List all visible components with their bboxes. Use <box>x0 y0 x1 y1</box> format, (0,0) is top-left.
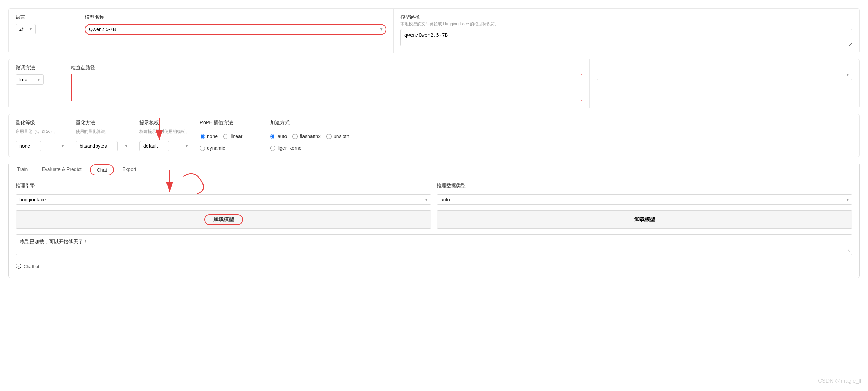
status-text: 模型已加载，可以开始聊天了！ <box>20 239 88 244</box>
resize-handle: ⤡ <box>847 248 851 253</box>
tab-export[interactable]: Export <box>115 163 143 177</box>
rope-dynamic-label: dynamic <box>207 145 225 151</box>
checkpoint-label: 检查点路径 <box>71 65 582 71</box>
rope-label: RoPE 插值方法 <box>200 120 262 126</box>
accel-liger-option[interactable]: liger_kernel <box>270 145 302 151</box>
prompt-label: 提示模板 <box>139 120 191 126</box>
quant-level-arrow: ▼ <box>61 144 65 148</box>
chat-content: 推理引擎 huggingface vllm ▼ 推理数据类型 <box>9 177 859 278</box>
quant-level-sublabel: 启用量化（QLoRA）。 <box>16 129 67 135</box>
tab-train[interactable]: Train <box>10 163 35 177</box>
dtype-select[interactable]: auto float16 bfloat16 <box>437 194 852 205</box>
accel-liger-label: liger_kernel <box>278 145 302 151</box>
accel-unsloth-radio[interactable] <box>326 134 332 139</box>
dtype-label: 推理数据类型 <box>437 183 852 189</box>
unload-model-label: 卸载模型 <box>634 216 655 222</box>
rope-linear-option[interactable]: linear <box>223 134 242 139</box>
unload-model-button[interactable]: 卸载模型 <box>437 210 852 229</box>
load-model-button[interactable]: 加载模型 <box>16 210 431 229</box>
rope-none-radio[interactable] <box>200 134 205 139</box>
prompt-arrow: ▼ <box>184 144 189 148</box>
accel-label: 加速方式 <box>270 120 349 126</box>
checkpoint-input[interactable] <box>71 74 582 101</box>
rope-dynamic-radio[interactable] <box>200 146 205 151</box>
watermark: CSDN @magic_ll <box>818 378 861 384</box>
chatbot-icon: 💬 <box>16 264 21 269</box>
tabs-header: Train Evaluate & Predict Chat Export <box>9 163 859 177</box>
accel-flashattn2-radio[interactable] <box>292 134 298 139</box>
quant-method-label: 量化方法 <box>76 120 131 126</box>
finetune-method-label: 微调方法 <box>16 65 57 71</box>
rope-none-option[interactable]: none <box>200 134 218 139</box>
chatbot-bar: 💬 Chatbot <box>16 261 852 272</box>
finetune-method-wrapper: lora freeze full ▼ <box>16 74 44 85</box>
accel-flashattn2-label: flashattn2 <box>300 134 321 139</box>
load-model-label: 加载模型 <box>204 214 243 225</box>
language-select-wrapper: zh en ▼ <box>16 24 36 34</box>
dtype-wrapper: auto float16 bfloat16 ▼ <box>437 194 852 205</box>
adapter-wrapper: lora_a ▼ <box>597 70 852 80</box>
chatbot-label: Chatbot <box>24 264 39 269</box>
quant-method-sublabel: 使用的量化算法。 <box>76 129 131 135</box>
accel-unsloth-label: unsloth <box>334 134 349 139</box>
engine-label: 推理引擎 <box>16 183 431 189</box>
prompt-sublabel: 构建提示词时使用的模板。 <box>139 129 191 135</box>
model-path-sublabel: 本地模型的文件路径或 Hugging Face 的模型标识符。 <box>400 21 852 27</box>
accel-auto-option[interactable]: auto <box>270 134 287 139</box>
tab-chat[interactable]: Chat <box>90 164 114 175</box>
accel-flashattn2-option[interactable]: flashattn2 <box>292 134 321 139</box>
model-name-label: 模型名称 <box>85 14 386 20</box>
tab-evaluate[interactable]: Evaluate & Predict <box>35 163 88 177</box>
accel-auto-label: auto <box>278 134 287 139</box>
engine-select[interactable]: huggingface vllm <box>16 194 431 205</box>
language-label: 语言 <box>16 14 71 20</box>
quant-method-wrapper: bitsandbytes gptq ▼ <box>76 141 131 151</box>
quant-method-select[interactable]: bitsandbytes gptq <box>76 141 118 151</box>
quant-level-select[interactable]: none 4 8 <box>16 141 41 151</box>
rope-dynamic-option[interactable]: dynamic <box>200 145 225 151</box>
prompt-select[interactable]: default alpaca vicuna <box>139 141 169 151</box>
rope-linear-radio[interactable] <box>223 134 228 139</box>
prompt-wrapper: default alpaca vicuna ▼ <box>139 141 191 151</box>
model-name-select-wrapper: Qwen2.5-7B Qwen2.5-14B Llama-3 ▼ <box>85 24 386 35</box>
accel-auto-radio[interactable] <box>270 134 275 139</box>
quant-level-wrapper: none 4 8 ▼ <box>16 141 67 151</box>
quant-method-arrow: ▼ <box>124 144 128 148</box>
finetune-method-select[interactable]: lora freeze full <box>16 74 44 85</box>
model-path-input[interactable]: qwen/Qwen2.5-7B <box>400 29 852 46</box>
rope-linear-label: linear <box>230 134 242 139</box>
engine-wrapper: huggingface vllm ▼ <box>16 194 431 205</box>
rope-none-label: none <box>207 134 218 139</box>
language-select[interactable]: zh en <box>16 24 36 34</box>
quant-level-label: 量化等级 <box>16 120 67 126</box>
adapter-select[interactable]: lora_a <box>597 70 852 80</box>
accel-unsloth-option[interactable]: unsloth <box>326 134 349 139</box>
accel-liger-radio[interactable] <box>270 146 275 151</box>
model-name-select[interactable]: Qwen2.5-7B Qwen2.5-14B Llama-3 <box>85 24 386 35</box>
model-path-label: 模型路径 <box>400 14 852 20</box>
status-box: 模型已加载，可以开始聊天了！ ⤡ <box>16 234 852 255</box>
